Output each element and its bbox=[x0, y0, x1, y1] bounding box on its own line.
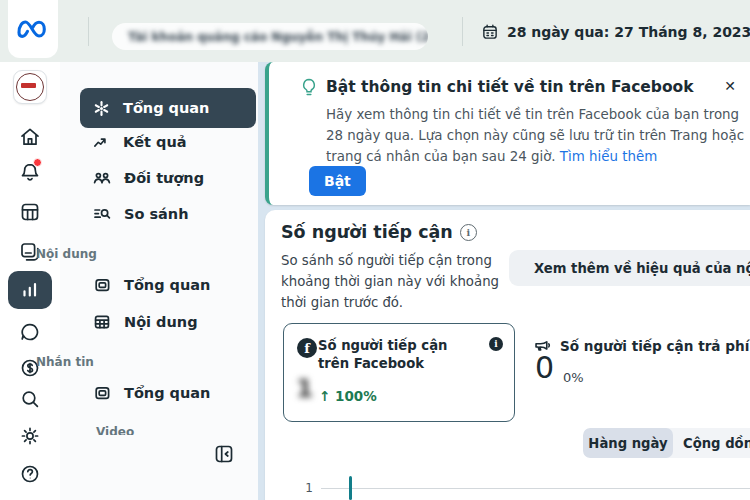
business-avatar[interactable] bbox=[13, 70, 47, 104]
help-icon bbox=[18, 462, 42, 486]
paid-reach-header: Số người tiếp cận trả phí i bbox=[533, 336, 750, 355]
sidebar-section-video-partial: Video bbox=[60, 425, 180, 435]
topbar-divider-2 bbox=[462, 17, 463, 46]
see-more-content-button[interactable]: Xem thêm về hiệu quả của nội dung bbox=[509, 250, 750, 286]
reach-title: Số người tiếp cận bbox=[281, 222, 453, 242]
account-selector-label: Tài khoản quảng cáo Nguyễn Thị Thúy Hải … bbox=[128, 30, 428, 44]
rail-settings-button[interactable] bbox=[18, 424, 42, 448]
toggle-cumulative[interactable]: Cộng dồn bbox=[673, 428, 750, 458]
sidebar-section-noi-dung: Nội dung bbox=[36, 247, 97, 261]
sidebar-item-ket-qua[interactable]: Kết quả bbox=[80, 125, 254, 159]
banner-title: Bật thông tin chi tiết về tin trên Faceb… bbox=[326, 78, 694, 96]
sidebar-item-label: Kết quả bbox=[123, 134, 187, 150]
paid-reach-percent: 0% bbox=[563, 370, 584, 385]
sidebar-item-label: Tổng quan bbox=[124, 385, 210, 401]
rail-search-button[interactable] bbox=[18, 387, 42, 411]
audience-people-icon bbox=[92, 168, 112, 188]
sidebar-item-so-sanh[interactable]: So sánh bbox=[80, 197, 254, 231]
see-more-label: Xem thêm về hiệu quả của nội dung bbox=[534, 261, 750, 276]
sidebar-collapse-button[interactable] bbox=[210, 440, 238, 468]
overview-hub-icon bbox=[92, 99, 111, 118]
facebook-reach-card[interactable]: f Số người tiếp cận trên Facebook i 1 ↑ … bbox=[283, 323, 515, 422]
home-icon bbox=[18, 125, 42, 149]
banner-body: Hãy xem thông tin chi tiết về tin trên F… bbox=[326, 104, 750, 167]
bar-chart-icon bbox=[18, 278, 42, 302]
account-selector[interactable]: Tài khoản quảng cáo Nguyễn Thị Thúy Hải … bbox=[112, 23, 428, 50]
sidebar-item-doi-tuong[interactable]: Đối tượng bbox=[80, 161, 254, 195]
compare-search-icon bbox=[92, 204, 112, 224]
info-icon[interactable]: i bbox=[460, 224, 477, 241]
sidebar-item-tong-quan[interactable]: Tổng quan bbox=[80, 88, 256, 128]
gear-icon bbox=[18, 424, 42, 448]
reach-title-row: Số người tiếp cận i bbox=[281, 222, 477, 242]
paid-reach-title: Số người tiếp cận trả phí bbox=[560, 338, 749, 354]
rail-home-button[interactable] bbox=[18, 125, 42, 149]
learn-more-link[interactable]: Tìm hiểu thêm bbox=[560, 149, 657, 164]
meta-logo[interactable] bbox=[8, 0, 58, 58]
date-range-label: 28 ngày qua: 27 Tháng 8, 2023 – 23 Tháng bbox=[507, 24, 750, 40]
facebook-reach-value-blurred: 1 bbox=[296, 374, 313, 403]
results-trend-icon bbox=[92, 133, 111, 152]
facebook-icon: f bbox=[297, 338, 317, 358]
toggle-daily[interactable]: Hàng ngày bbox=[583, 428, 673, 458]
sidebar-item-messaging-tong-quan[interactable]: Tổng quan bbox=[80, 376, 254, 410]
sidebar-item-content-noi-dung[interactable]: Nội dung bbox=[80, 305, 254, 339]
rail-help-button[interactable] bbox=[18, 462, 42, 486]
topbar-divider bbox=[88, 17, 89, 46]
facebook-reach-change: ↑ 100% bbox=[319, 388, 377, 404]
lightbulb-icon bbox=[299, 77, 319, 101]
view-toggle: Hàng ngày Cộng dồn bbox=[583, 428, 750, 458]
sidebar-item-label: Tổng quan bbox=[124, 277, 210, 293]
close-icon[interactable]: ✕ bbox=[718, 74, 742, 98]
rail-planner-button[interactable] bbox=[18, 200, 42, 224]
notification-badge bbox=[33, 158, 42, 167]
content-overview-icon bbox=[92, 275, 112, 295]
chat-bubble-icon bbox=[18, 320, 42, 344]
messaging-overview-icon bbox=[92, 383, 112, 403]
planner-grid-icon bbox=[18, 200, 42, 224]
chart-ytick: 1 bbox=[293, 481, 313, 495]
reach-description: So sánh số người tiếp cận trong khoảng t… bbox=[281, 250, 519, 313]
stories-insights-banner: Bật thông tin chi tiết về tin trên Faceb… bbox=[265, 62, 750, 205]
chart-line-spike bbox=[349, 476, 352, 500]
sidebar-item-label: Tổng quan bbox=[123, 100, 209, 116]
facebook-reach-card-title: Số người tiếp cận trên Facebook bbox=[318, 337, 478, 373]
chart-gridline bbox=[321, 488, 750, 489]
rail-insights-button-active[interactable] bbox=[8, 271, 52, 309]
brand-seal-logo bbox=[16, 73, 44, 101]
rail-inbox-button[interactable] bbox=[18, 320, 42, 344]
meta-infinity-icon bbox=[15, 17, 51, 41]
calendar-icon bbox=[481, 23, 499, 41]
date-range-picker[interactable]: 28 ngày qua: 27 Tháng 8, 2023 – 23 Tháng bbox=[481, 20, 750, 44]
sidebar-item-label: Nội dung bbox=[124, 314, 198, 330]
sidebar-item-label: Đối tượng bbox=[124, 170, 204, 186]
reach-panel: Số người tiếp cận i So sánh số người tiế… bbox=[265, 210, 750, 500]
sidebar-item-label: So sánh bbox=[124, 206, 189, 222]
sidebar-item-content-tong-quan[interactable]: Tổng quan bbox=[80, 268, 254, 302]
info-icon-filled[interactable]: i bbox=[489, 337, 503, 351]
content-table-icon bbox=[92, 312, 112, 332]
search-icon bbox=[18, 387, 42, 411]
enable-button[interactable]: Bật bbox=[309, 166, 366, 196]
paid-reach-value: 0 bbox=[535, 350, 554, 385]
collapse-panel-icon bbox=[213, 443, 235, 465]
sidebar-section-nhan-tin: Nhắn tin bbox=[36, 355, 94, 369]
